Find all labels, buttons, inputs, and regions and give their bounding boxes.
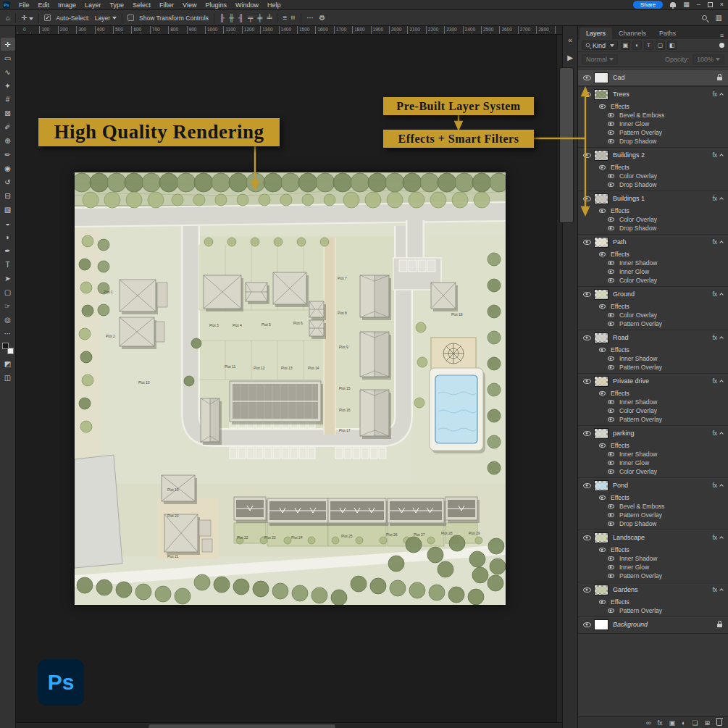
edit-toolbar-icon[interactable]: ⋯	[1, 327, 15, 340]
auto-select-dropdown[interactable]: Layer	[95, 14, 117, 22]
visibility-eye-icon[interactable]	[608, 417, 614, 422]
visibility-eye-icon[interactable]	[583, 75, 591, 80]
layer-row[interactable]: Gardensfx	[578, 582, 728, 597]
collapse-effects-chevron-icon[interactable]	[719, 293, 724, 297]
layer-row[interactable]: Treesfx	[578, 87, 728, 101]
layer-thumbnail[interactable]	[594, 72, 608, 83]
link-layers-icon[interactable]: ∞	[646, 719, 650, 727]
effects-header[interactable]: Effects	[578, 597, 728, 606]
layer-fx-badge[interactable]: fx	[712, 334, 725, 341]
filter-shape-layers-icon[interactable]: ▢	[656, 41, 665, 50]
layer-row[interactable]: Cad	[578, 70, 728, 85]
visibility-eye-icon[interactable]	[583, 292, 591, 297]
visibility-eye-icon[interactable]	[608, 574, 614, 578]
zoom-tool[interactable]: ◎	[1, 313, 15, 326]
effect-row[interactable]: Pattern Overlay	[578, 572, 728, 580]
history-brush-tool[interactable]: ↺	[1, 175, 15, 188]
effect-row[interactable]: Bevel & Emboss	[578, 111, 728, 120]
layer-row[interactable]: Background	[578, 617, 728, 632]
distribute-v-icon[interactable]: ≡	[290, 16, 298, 20]
workspace-switcher-icon[interactable]: ▥	[716, 14, 722, 22]
visibility-eye-icon[interactable]	[583, 335, 591, 340]
visibility-eye-icon[interactable]	[608, 400, 614, 404]
kind-filter-dropdown[interactable]: Kind	[582, 41, 618, 50]
visibility-eye-icon[interactable]	[608, 565, 614, 569]
horizontal-scrollbar[interactable]	[16, 722, 562, 728]
layer-fx-badge[interactable]: fx	[712, 586, 725, 593]
layer-thumbnail[interactable]	[594, 428, 608, 439]
visibility-eye-icon[interactable]	[608, 356, 614, 361]
menu-view[interactable]: View	[178, 1, 201, 9]
visibility-eye-icon[interactable]	[599, 495, 606, 500]
layer-row[interactable]: Groundfx	[578, 287, 728, 301]
layer-fx-badge[interactable]: fx	[712, 290, 725, 298]
window-minimize-button[interactable]: –	[697, 1, 700, 8]
gradient-tool[interactable]: ▨	[1, 203, 15, 216]
visibility-eye-icon[interactable]	[583, 535, 591, 540]
panel-menu-icon[interactable]: ≡	[720, 32, 728, 39]
collapse-effects-chevron-icon[interactable]	[719, 536, 724, 540]
layer-thumbnail[interactable]	[594, 193, 608, 204]
collapse-effects-chevron-icon[interactable]	[719, 484, 724, 488]
menu-help[interactable]: Help	[263, 1, 285, 9]
effect-row[interactable]: Drop Shadow	[578, 519, 728, 528]
effect-row[interactable]: Pattern Overlay	[578, 319, 728, 328]
effect-row[interactable]: Inner Glow	[578, 459, 728, 467]
layer-row[interactable]: Roadfx	[578, 330, 728, 345]
visibility-eye-icon[interactable]	[599, 104, 606, 109]
layer-fx-badge[interactable]: fx	[712, 534, 725, 541]
layer-style-icon[interactable]: fx	[657, 719, 662, 727]
menu-edit[interactable]: Edit	[34, 1, 54, 9]
visibility-eye-icon[interactable]	[599, 443, 606, 448]
visibility-eye-icon[interactable]	[608, 409, 614, 413]
type-tool[interactable]: T	[1, 258, 15, 271]
layer-thumbnail[interactable]	[594, 237, 608, 248]
layer-group-icon[interactable]: ❏	[692, 719, 698, 727]
effect-row[interactable]: Inner Glow	[578, 120, 728, 128]
layer-row[interactable]: Private drivefx	[578, 374, 728, 388]
actions-panel-icon[interactable]: ▶	[567, 54, 573, 62]
collapse-effects-chevron-icon[interactable]	[719, 588, 724, 593]
opacity-value[interactable]: 100%	[693, 54, 724, 64]
visibility-eye-icon[interactable]	[583, 92, 591, 97]
collapse-effects-chevron-icon[interactable]	[719, 336, 724, 340]
effects-header[interactable]: Effects	[578, 162, 728, 172]
layer-thumbnail[interactable]	[594, 585, 608, 595]
collapse-effects-chevron-icon[interactable]	[719, 93, 724, 97]
visibility-eye-icon[interactable]	[608, 130, 614, 135]
screen-mode-icon[interactable]: ◫	[1, 371, 15, 384]
healing-brush-tool[interactable]: ⊕	[1, 134, 15, 147]
layer-row[interactable]: Pathfx	[578, 235, 728, 249]
effects-header[interactable]: Effects	[578, 493, 728, 502]
filter-on-toggle[interactable]	[719, 43, 724, 48]
effect-row[interactable]: Pattern Overlay	[578, 606, 728, 615]
auto-select-checkbox[interactable]: ✓	[44, 14, 51, 21]
collapse-effects-chevron-icon[interactable]	[719, 197, 724, 201]
visibility-eye-icon[interactable]	[608, 313, 614, 317]
visibility-eye-icon[interactable]	[608, 608, 614, 613]
visibility-eye-icon[interactable]	[608, 113, 614, 117]
quick-mask-icon[interactable]: ◩	[1, 357, 15, 370]
visibility-eye-icon[interactable]	[608, 217, 614, 222]
pen-tool[interactable]: ✒	[1, 244, 15, 257]
filter-smart-objects-icon[interactable]: ◧	[667, 41, 677, 50]
effects-header[interactable]: Effects	[578, 206, 728, 215]
visibility-eye-icon[interactable]	[599, 252, 606, 256]
visibility-eye-icon[interactable]	[583, 379, 591, 384]
visibility-eye-icon[interactable]	[608, 513, 614, 517]
effect-row[interactable]: Pattern Overlay	[578, 128, 728, 137]
effect-row[interactable]: Inner Shadow	[578, 450, 728, 459]
align-center-v-icon[interactable]: ╪	[257, 14, 262, 22]
tab-layers[interactable]: Layers	[580, 28, 612, 39]
lasso-tool[interactable]: ∿	[1, 65, 15, 78]
effect-row[interactable]: Drop Shadow	[578, 224, 728, 233]
visibility-eye-icon[interactable]	[599, 304, 606, 309]
visibility-eye-icon[interactable]	[608, 269, 614, 274]
effects-header[interactable]: Effects	[578, 388, 728, 398]
effect-row[interactable]: Inner Shadow	[578, 398, 728, 406]
effects-header[interactable]: Effects	[578, 101, 728, 111]
new-layer-icon[interactable]: ⊞	[704, 719, 710, 727]
adjustment-layer-icon[interactable]: ◐	[682, 719, 685, 727]
layer-thumbnail[interactable]	[594, 532, 608, 543]
layer-row[interactable]: Buildings 2fx	[578, 148, 728, 162]
